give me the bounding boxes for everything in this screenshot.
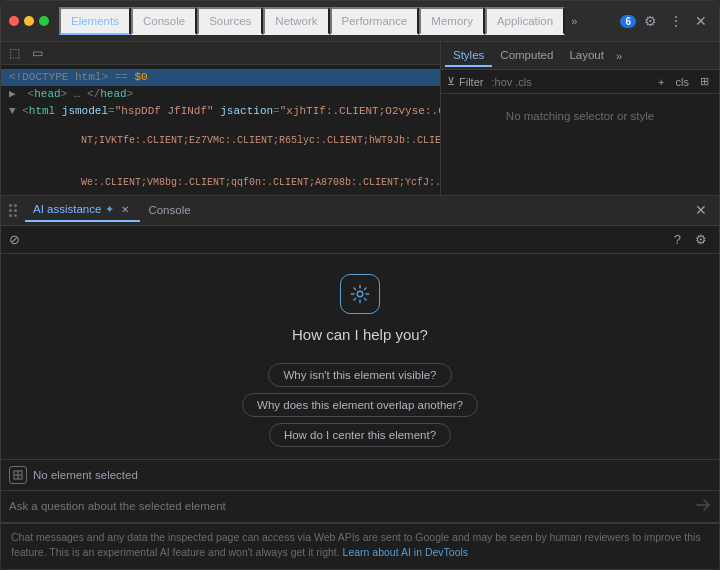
settings-button[interactable]: ⚙ — [640, 11, 661, 31]
expand-html[interactable]: ▼ — [9, 103, 16, 120]
tab-layout[interactable]: Layout — [561, 45, 612, 67]
html-line-html-cont: NT;IVKTfe:.CLIENT;Ez7VMc:.CLIENT;R65lyc:… — [1, 120, 440, 162]
element-selector-icon[interactable] — [9, 466, 27, 484]
ai-help-button[interactable]: ? — [670, 230, 685, 249]
devtools-window: Elements Console Sources Network Perform… — [0, 0, 720, 570]
tab-console-bottom[interactable]: Console — [140, 200, 198, 220]
element-selector-row: No element selected — [1, 459, 719, 491]
ai-title: How can I help you? — [292, 326, 428, 343]
ai-settings-button[interactable]: ⚙ — [691, 230, 711, 249]
styles-tabs: Styles Computed Layout » — [441, 42, 719, 70]
minimize-traffic-light[interactable] — [24, 16, 34, 26]
tab-actions: 6 ⚙ ⋮ ✕ — [620, 11, 711, 31]
filter-input[interactable] — [491, 76, 650, 88]
filter-label: Filter — [459, 76, 483, 88]
device-toolbar-button[interactable]: ▭ — [28, 44, 47, 62]
elements-panel: ⬚ ▭ <!DOCTYPE html> == $0 ▶ <head> … </h… — [1, 42, 441, 195]
filter-icon: ⊻ — [447, 75, 455, 88]
tab-performance[interactable]: Performance — [330, 7, 420, 35]
close-traffic-light[interactable] — [9, 16, 19, 26]
ai-footer-link[interactable]: Learn about AI in DevTools — [343, 546, 469, 558]
suggestion-3[interactable]: How do I center this element? — [269, 423, 451, 447]
close-ai-tab-button[interactable]: ✕ — [118, 202, 132, 216]
tab-sources[interactable]: Sources — [197, 7, 263, 35]
html-line-html-cont2: We:.CLIENT;VM8bg:.CLIENT;qqf0n:.CLIENT;A… — [1, 162, 440, 195]
tab-styles[interactable]: Styles — [445, 45, 492, 67]
toggle-class-button[interactable]: cls — [672, 73, 693, 90]
traffic-lights — [9, 16, 49, 26]
devtools-tabs: Elements Console Sources Network Perform… — [59, 7, 711, 35]
bottom-panel: AI assistance ✦ ✕ Console ✕ ⊘ ? ⚙ How — [1, 195, 719, 570]
ai-assistance-label: AI assistance — [33, 203, 101, 215]
close-devtools-button[interactable]: ✕ — [691, 11, 711, 31]
more-options-button[interactable]: ⋮ — [665, 11, 687, 31]
drag-handle[interactable] — [9, 204, 17, 217]
add-style-button[interactable]: + — [654, 73, 668, 90]
svg-point-0 — [357, 291, 363, 297]
styles-toolbar: ⊻ Filter + cls ⊞ — [441, 70, 719, 94]
tab-memory[interactable]: Memory — [419, 7, 485, 35]
suggestion-2[interactable]: Why does this element overlap another? — [242, 393, 478, 417]
tab-network[interactable]: Network — [263, 7, 329, 35]
no-element-label: No element selected — [33, 469, 138, 481]
ai-logo — [340, 274, 380, 314]
notification-badge: 6 — [620, 15, 636, 28]
ask-send-button[interactable] — [695, 497, 711, 516]
html-line-head[interactable]: ▶ <head> … </head> — [1, 86, 440, 103]
more-styles-tabs[interactable]: » — [612, 46, 626, 66]
tab-ai-assistance[interactable]: AI assistance ✦ ✕ — [25, 198, 140, 222]
layout-toggle-button[interactable]: ⊞ — [696, 73, 713, 90]
more-tabs-button[interactable]: » — [565, 11, 583, 31]
main-area: ⬚ ▭ <!DOCTYPE html> == $0 ▶ <head> … </h… — [1, 42, 719, 195]
ai-input-row: ⊘ ? ⚙ — [1, 226, 719, 254]
html-line-doctype[interactable]: <!DOCTYPE html> == $0 — [1, 69, 440, 86]
title-bar: Elements Console Sources Network Perform… — [1, 1, 719, 42]
bottom-tabs: AI assistance ✦ ✕ Console ✕ — [1, 196, 719, 226]
close-bottom-panel-button[interactable]: ✕ — [691, 200, 711, 220]
expand-head[interactable]: ▶ — [9, 86, 21, 103]
suggestion-pills: Why isn't this element visible? Why does… — [17, 363, 703, 447]
html-line-html[interactable]: ▼ <html jsmodel="hspDDf JfINdf" jsaction… — [1, 103, 440, 120]
styles-empty-message: No matching selector or style — [441, 94, 719, 195]
ai-text-input[interactable] — [26, 233, 664, 245]
ask-row — [1, 491, 719, 523]
tab-console[interactable]: Console — [131, 7, 197, 35]
suggestion-1[interactable]: Why isn't this element visible? — [268, 363, 451, 387]
styles-action-icons: + cls ⊞ — [654, 73, 713, 90]
tab-elements[interactable]: Elements — [59, 7, 131, 35]
ai-main-content: How can I help you? Why isn't this eleme… — [1, 254, 719, 459]
styles-panel: Styles Computed Layout » ⊻ Filter + cls … — [441, 42, 719, 195]
inspect-element-button[interactable]: ⬚ — [5, 44, 24, 62]
elements-toolbar: ⬚ ▭ — [1, 42, 440, 65]
ai-footer: Chat messages and any data the inspected… — [1, 523, 719, 570]
elements-content[interactable]: <!DOCTYPE html> == $0 ▶ <head> … </head>… — [1, 65, 440, 195]
maximize-traffic-light[interactable] — [39, 16, 49, 26]
ai-assistance-icon: ✦ — [105, 203, 114, 216]
clear-input-icon[interactable]: ⊘ — [9, 232, 20, 247]
tab-application[interactable]: Application — [485, 7, 565, 35]
ask-input[interactable] — [9, 500, 689, 512]
tab-computed[interactable]: Computed — [492, 45, 561, 67]
